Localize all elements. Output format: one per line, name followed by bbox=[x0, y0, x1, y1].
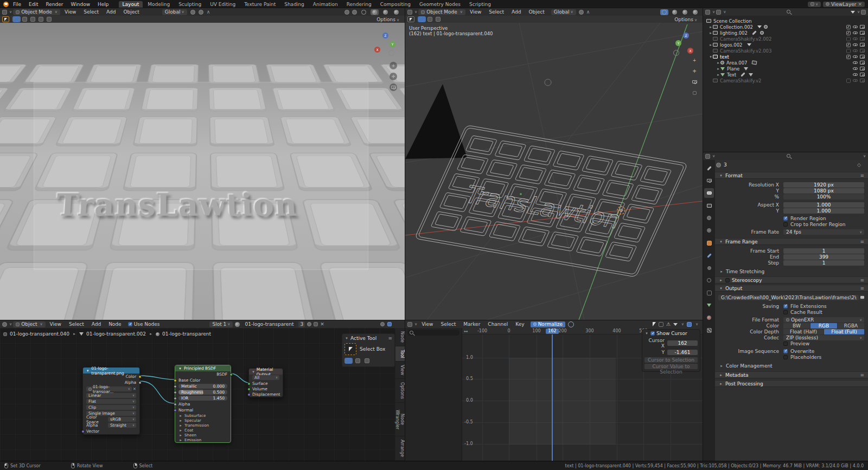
channel-search-field[interactable] bbox=[407, 330, 459, 336]
sidebar-tab-node[interactable]: Node bbox=[395, 328, 405, 346]
workspace-tab-modeling[interactable]: Modeling bbox=[144, 1, 174, 8]
current-frame-badge[interactable]: 162 bbox=[546, 329, 559, 334]
hide-viewport-eye-icon[interactable] bbox=[853, 49, 858, 52]
viewport-menu-add[interactable]: Add bbox=[103, 9, 119, 15]
color-output-socket[interactable] bbox=[138, 375, 142, 378]
cache-result-checkbox[interactable] bbox=[783, 310, 788, 314]
snap-magnet-icon[interactable] bbox=[190, 10, 195, 15]
cursor-x-field[interactable]: 162 bbox=[667, 340, 698, 346]
volume-input-socket[interactable] bbox=[247, 388, 251, 391]
displacement-input-socket[interactable] bbox=[247, 393, 251, 396]
section-format[interactable]: ▾Format≡ bbox=[715, 172, 868, 179]
channel-region[interactable] bbox=[405, 328, 462, 461]
workspace-tab-layout[interactable]: Layout bbox=[119, 1, 143, 8]
color-rgb-button[interactable]: RGB bbox=[810, 323, 837, 329]
navigation-gizmo[interactable]: Z Y X bbox=[671, 33, 696, 57]
panel-transmission[interactable]: ▸Transmission bbox=[175, 423, 231, 428]
material-name-field[interactable]: 01-logo-transparent bbox=[242, 321, 296, 327]
shader-type-selector[interactable]: Object∨ bbox=[13, 321, 45, 327]
tab-view-layer[interactable] bbox=[704, 201, 714, 210]
metallic-field[interactable]: Metallic0.000 bbox=[178, 384, 227, 389]
workspace-tab-compositing[interactable]: Compositing bbox=[376, 1, 414, 8]
outliner-row-area-007[interactable]: ▸Area.007 bbox=[703, 60, 868, 66]
graph-menu-key[interactable]: Key bbox=[512, 321, 527, 327]
ior-field[interactable]: IOR1.450 bbox=[178, 396, 227, 401]
disable-render-camera-icon[interactable] bbox=[860, 31, 865, 35]
outliner-row-text-collection[interactable]: ▾text bbox=[703, 54, 868, 60]
viewport-menu-select[interactable]: Select bbox=[80, 9, 102, 15]
normal-input-socket[interactable] bbox=[174, 409, 177, 412]
sidebar-tab-view[interactable]: View bbox=[395, 362, 405, 379]
disable-render-camera-icon[interactable] bbox=[860, 61, 865, 65]
select-mode-new-button[interactable] bbox=[12, 16, 21, 22]
transform-orientation[interactable]: Global∨ bbox=[162, 9, 187, 15]
projection-dropdown[interactable]: Flat bbox=[86, 399, 136, 404]
viewport-options-button[interactable]: Options∨ bbox=[674, 17, 700, 22]
active-tool-select-box-icon[interactable] bbox=[407, 16, 414, 22]
select-mode-invert-button[interactable] bbox=[37, 16, 45, 22]
depth-full-button[interactable]: Float (Full) bbox=[824, 329, 864, 334]
roughness-field[interactable]: Roughness0.500 bbox=[178, 390, 227, 395]
navigation-gizmo[interactable]: Z Y X bbox=[373, 33, 398, 57]
blender-logo-icon[interactable] bbox=[3, 2, 9, 7]
hide-viewport-eye-icon[interactable] bbox=[853, 61, 858, 64]
filter-icon[interactable] bbox=[673, 323, 678, 326]
shading-solid-button[interactable] bbox=[371, 9, 379, 15]
tab-texture[interactable] bbox=[704, 325, 714, 335]
hide-viewport-eye-icon[interactable] bbox=[853, 43, 858, 46]
outliner-row-text-object[interactable]: ▸Text bbox=[703, 72, 868, 78]
tool-mode-subtract-button[interactable] bbox=[363, 358, 371, 364]
depth-half-button[interactable]: Float (Half) bbox=[783, 329, 824, 334]
image-texture-node[interactable]: ▾01-logo-transparent.png Color Alpha 01-… bbox=[82, 367, 140, 435]
select-mode-subtract-button[interactable] bbox=[434, 16, 442, 22]
pin-id-icon[interactable]: ◇ bbox=[857, 162, 861, 168]
tab-particles[interactable] bbox=[704, 263, 714, 273]
workspace-tab-uv-editing[interactable]: UV Editing bbox=[206, 1, 239, 8]
disable-render-camera-icon[interactable] bbox=[860, 25, 865, 29]
alpha-mode-dropdown[interactable]: Straight bbox=[108, 423, 136, 428]
disable-render-camera-icon[interactable] bbox=[860, 55, 865, 59]
transform-orientation[interactable]: Global∨ bbox=[551, 9, 576, 15]
viewport-menu-view[interactable]: View bbox=[467, 9, 484, 15]
show-gizmo-icon[interactable] bbox=[344, 10, 349, 15]
bsdf-output-socket[interactable] bbox=[229, 373, 233, 376]
outliner-row-collection-002[interactable]: ▸Collection.002 bbox=[703, 24, 868, 30]
subpanel-time-stretching[interactable]: ▸Time Stretching bbox=[719, 268, 764, 274]
shading-rendered-button[interactable] bbox=[691, 9, 699, 15]
outliner-row-logos-002[interactable]: ▸logos.002 bbox=[703, 42, 868, 48]
editor-type-graph-icon[interactable] bbox=[407, 322, 412, 327]
render-region-checkbox[interactable] bbox=[783, 216, 788, 221]
shading-wireframe-button[interactable] bbox=[660, 9, 668, 15]
section-metadata[interactable]: ▸Metadata≡ bbox=[715, 371, 868, 378]
tool-mode-extend-button[interactable] bbox=[354, 358, 362, 364]
select-mode-intersect-button[interactable] bbox=[45, 16, 53, 22]
crop-render-region-checkbox[interactable] bbox=[783, 222, 788, 227]
outliner-row-plane[interactable]: ▸Plane bbox=[703, 66, 868, 72]
toggle-perspective-icon[interactable] bbox=[691, 89, 698, 96]
gizmo-axis-x[interactable]: X bbox=[687, 48, 693, 54]
unlink-image-icon[interactable]: ✕ bbox=[132, 387, 136, 391]
interpolation-dropdown[interactable]: Linear bbox=[86, 393, 136, 398]
snap-magnet-icon[interactable] bbox=[579, 10, 584, 15]
browse-folder-icon[interactable] bbox=[860, 295, 864, 300]
shader-menu-view[interactable]: View bbox=[47, 321, 65, 327]
new-collection-icon[interactable] bbox=[861, 10, 866, 15]
disable-render-camera-icon[interactable] bbox=[860, 43, 865, 47]
select-mode-extend-button[interactable] bbox=[21, 16, 29, 22]
outliner-row-camerashakify-v2-003[interactable]: CameraShakify.v2.003 bbox=[703, 48, 868, 54]
select-mode-new-button[interactable] bbox=[418, 16, 426, 22]
shader-menu-add[interactable]: Add bbox=[88, 321, 104, 327]
shader-menu-node[interactable]: Node bbox=[105, 321, 125, 327]
scene-selector[interactable]: ∨ bbox=[808, 2, 821, 7]
selectable-checkbox[interactable] bbox=[846, 43, 851, 47]
material-output-node[interactable]: ▾Material Output All Surface Volume Disp… bbox=[248, 368, 283, 397]
color-space-dropdown[interactable]: sRGB bbox=[108, 417, 136, 422]
section-frame-range[interactable]: ▾Frame Range≡ bbox=[715, 238, 868, 245]
cursor-tool-icon[interactable] bbox=[653, 322, 656, 326]
resolution-x-field[interactable]: 1920 px bbox=[783, 182, 864, 188]
disable-render-camera-icon[interactable] bbox=[860, 79, 865, 82]
workspace-tab-geometry-nodes[interactable]: Geometry Nodes bbox=[416, 1, 464, 8]
selectable-checkbox[interactable] bbox=[846, 55, 851, 59]
tab-modifiers[interactable] bbox=[704, 250, 714, 260]
hide-viewport-eye-icon[interactable] bbox=[853, 37, 858, 40]
